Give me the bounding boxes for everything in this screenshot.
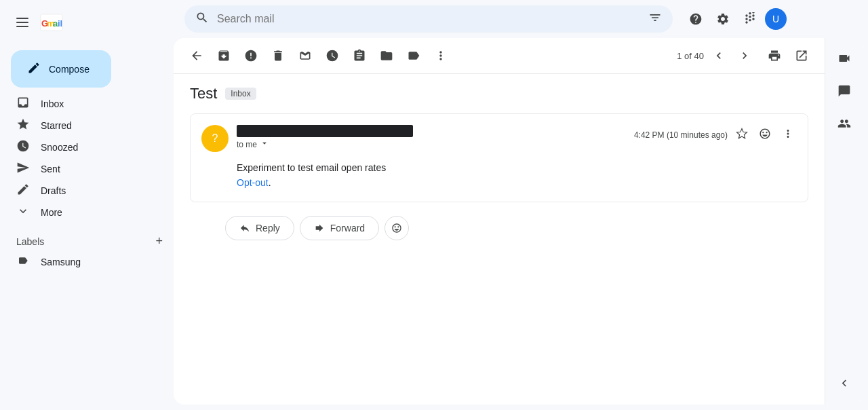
user-avatar[interactable]: U bbox=[765, 8, 787, 30]
inbox-badge[interactable]: Inbox bbox=[225, 88, 256, 100]
reply-row: Reply Forward bbox=[190, 216, 808, 240]
opt-out-link[interactable]: Opt-out bbox=[237, 177, 269, 188]
email-main: 1 of 40 bbox=[174, 38, 825, 405]
email-message: ? to me bbox=[190, 113, 808, 202]
drafts-icon bbox=[16, 183, 30, 199]
mark-unread-button[interactable] bbox=[293, 43, 317, 68]
sent-icon bbox=[16, 161, 30, 177]
older-button[interactable] bbox=[707, 43, 731, 68]
email-header: ? to me bbox=[201, 125, 797, 152]
starred-label: Starred bbox=[41, 120, 152, 131]
email-subject: Test bbox=[190, 85, 217, 102]
to-label: to me bbox=[237, 140, 257, 149]
svg-rect-2 bbox=[16, 26, 28, 27]
move-to-button[interactable] bbox=[374, 43, 399, 68]
svg-text:il: il bbox=[58, 18, 62, 29]
delete-button[interactable] bbox=[266, 43, 290, 68]
forward-button[interactable]: Forward bbox=[300, 216, 379, 240]
newer-button[interactable] bbox=[732, 43, 757, 68]
sidebar-item-snoozed[interactable]: Snoozed bbox=[0, 136, 163, 158]
sidebar: G m a il Compose Inbox Starred bbox=[0, 0, 174, 410]
body-line1: Experiment to test email open rates bbox=[237, 160, 797, 175]
add-reaction-button[interactable] bbox=[384, 216, 409, 240]
expand-panel-button[interactable] bbox=[832, 371, 856, 399]
email-meta: 4:42 PM (10 minutes ago) bbox=[634, 125, 797, 145]
sender-name-redacted bbox=[237, 125, 413, 137]
sender-info: to me bbox=[237, 125, 626, 150]
sidebar-item-samsung[interactable]: Samsung bbox=[0, 251, 163, 273]
email-toolbar: 1 of 40 bbox=[174, 38, 825, 74]
pagination-text: 1 of 40 bbox=[677, 51, 704, 61]
labels-title: Labels bbox=[16, 236, 44, 247]
settings-icon[interactable] bbox=[711, 7, 735, 31]
right-tab-panel bbox=[825, 38, 863, 405]
help-icon[interactable] bbox=[684, 7, 708, 31]
sender-name-row bbox=[237, 125, 626, 137]
compose-label: Compose bbox=[49, 64, 90, 75]
more-label: More bbox=[41, 207, 152, 218]
avatar-initial: U bbox=[772, 14, 779, 24]
sidebar-item-sent[interactable]: Sent bbox=[0, 158, 163, 180]
sidebar-item-drafts[interactable]: Drafts bbox=[0, 180, 163, 202]
starred-icon bbox=[16, 117, 30, 134]
search-options-icon[interactable] bbox=[648, 11, 662, 27]
print-button[interactable] bbox=[762, 43, 787, 68]
more-options-button[interactable] bbox=[429, 43, 453, 68]
gmail-logo: G m a il bbox=[39, 13, 64, 32]
snoozed-icon bbox=[16, 139, 30, 155]
report-spam-button[interactable] bbox=[239, 43, 263, 68]
sent-label: Sent bbox=[41, 164, 152, 174]
show-details-icon[interactable] bbox=[260, 138, 269, 150]
search-icon bbox=[195, 11, 209, 27]
svg-rect-1 bbox=[16, 22, 28, 23]
email-view-container: 1 of 40 bbox=[174, 38, 863, 405]
compose-icon bbox=[27, 61, 41, 77]
more-email-options-button[interactable] bbox=[779, 125, 797, 145]
inbox-label: Inbox bbox=[41, 98, 152, 109]
email-content: Test Inbox ? bbox=[174, 74, 825, 405]
compose-button[interactable]: Compose bbox=[11, 50, 111, 88]
drafts-label: Drafts bbox=[41, 185, 152, 196]
spaces-tab-button[interactable] bbox=[832, 109, 856, 138]
snooze-button[interactable] bbox=[320, 43, 344, 68]
add-to-tasks-button[interactable] bbox=[347, 43, 372, 68]
search-input[interactable] bbox=[217, 13, 640, 25]
sidebar-item-starred[interactable]: Starred bbox=[0, 115, 163, 136]
reply-label: Reply bbox=[256, 223, 280, 234]
not-starred-button[interactable] bbox=[733, 125, 751, 145]
labels-button[interactable] bbox=[401, 43, 426, 68]
chat-tab-button[interactable] bbox=[832, 76, 856, 106]
back-button[interactable] bbox=[184, 43, 209, 68]
sender-initial: ? bbox=[212, 132, 218, 145]
reply-button[interactable]: Reply bbox=[225, 216, 294, 240]
sender-avatar: ? bbox=[201, 125, 229, 152]
sender-to: to me bbox=[237, 138, 626, 150]
sidebar-item-inbox[interactable]: Inbox bbox=[0, 93, 163, 115]
pagination-buttons bbox=[707, 43, 757, 68]
opt-out-dot: . bbox=[269, 177, 271, 188]
sidebar-item-more[interactable]: More bbox=[0, 202, 163, 223]
opt-out-line: Opt-out. bbox=[237, 175, 797, 190]
meet-tab-button[interactable] bbox=[832, 43, 856, 73]
email-body: Experiment to test email open rates Opt-… bbox=[201, 160, 797, 191]
nav-menu: Inbox Starred Snoozed Sent Drafts bbox=[0, 93, 174, 223]
inbox-icon bbox=[16, 96, 30, 112]
more-chevron-icon bbox=[16, 204, 30, 221]
label-icon bbox=[16, 255, 30, 269]
archive-button[interactable] bbox=[212, 43, 236, 68]
snoozed-label: Snoozed bbox=[41, 142, 152, 153]
subject-row: Test Inbox bbox=[190, 85, 808, 102]
emoji-reaction-button[interactable] bbox=[756, 125, 774, 145]
samsung-label: Samsung bbox=[41, 257, 81, 267]
main-area: U bbox=[174, 0, 868, 410]
topbar: U bbox=[174, 0, 868, 38]
search-bar bbox=[184, 5, 673, 33]
svg-rect-0 bbox=[16, 18, 28, 19]
forward-label: Forward bbox=[330, 223, 365, 234]
add-label-button[interactable]: + bbox=[155, 234, 163, 248]
main-menu-icon[interactable] bbox=[11, 11, 34, 34]
labels-section-header: Labels + bbox=[0, 229, 174, 251]
open-in-new-button[interactable] bbox=[789, 43, 814, 68]
apps-icon[interactable] bbox=[738, 7, 762, 31]
email-time: 4:42 PM (10 minutes ago) bbox=[634, 130, 728, 140]
